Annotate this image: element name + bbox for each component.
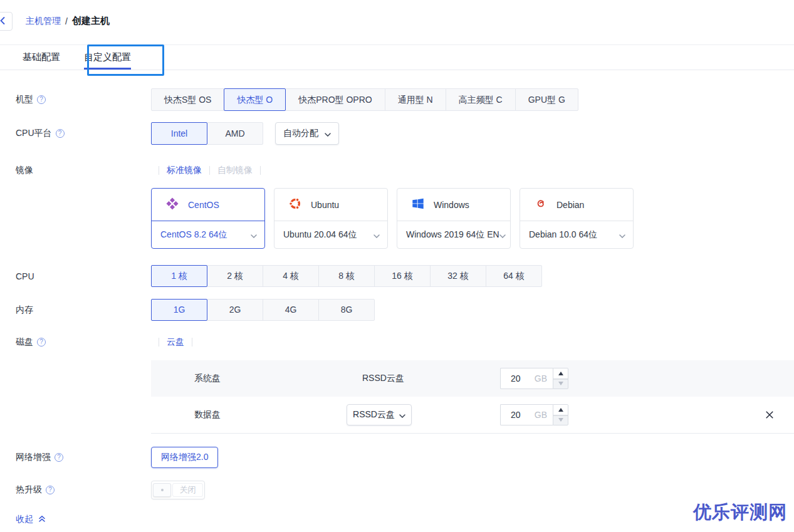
system-disk-size-stepper: 20 GB <box>500 368 568 389</box>
cpu-platform-label: CPU平台 ? <box>16 122 151 145</box>
hot-upgrade-help-icon[interactable]: ? <box>46 486 55 494</box>
stepper-down-button[interactable] <box>553 379 568 389</box>
tab-basic-config[interactable]: 基础配置 <box>23 45 60 70</box>
machine-type-option[interactable]: 快杰S型 OS <box>151 88 224 111</box>
cpu-option[interactable]: 16 核 <box>374 265 431 287</box>
image-section: 标准镜像 自制镜像 <box>151 164 634 249</box>
disk-label: 磁盘 ? <box>16 336 151 348</box>
disk-row: 磁盘 ? 云盘 系统盘 RSSD云盘 20 GB <box>0 336 794 434</box>
machine-type-option[interactable]: 通用型 N <box>385 88 446 111</box>
os-version-select-debian[interactable]: Debian 10.0 64位 <box>520 221 633 248</box>
cpu-platform-options: Intel AMD <box>151 122 263 145</box>
disk-help-icon[interactable]: ? <box>37 338 46 347</box>
machine-type-row: 机型 ? 快杰S型 OS 快杰型 O 快杰PRO型 OPRO 通用型 N 高主频… <box>0 88 794 111</box>
disk-name: 数据盘 <box>194 409 347 420</box>
machine-type-option[interactable]: 快杰PRO型 OPRO <box>285 88 385 111</box>
os-name: Windows <box>434 200 469 210</box>
chevron-down-icon <box>325 128 331 138</box>
back-button[interactable] <box>0 12 13 31</box>
cpu-allocation-select[interactable]: 自动分配 <box>275 122 339 145</box>
breadcrumb-parent[interactable]: 主机管理 <box>26 16 61 27</box>
memory-option[interactable]: 4G <box>263 299 319 321</box>
network-enhance-button[interactable]: 网络增强2.0 <box>151 447 218 468</box>
chevron-down-icon <box>399 410 405 420</box>
image-tab-standard[interactable]: 标准镜像 <box>167 165 202 176</box>
os-card-windows[interactable]: Windows Windows 2019 64位 EN <box>397 188 511 249</box>
cpu-options: 1 核 2 核 4 核 8 核 16 核 32 核 64 核 <box>151 265 542 287</box>
machine-type-option-selected[interactable]: 快杰型 O <box>224 88 286 111</box>
os-card-debian[interactable]: Debian Debian 10.0 64位 <box>520 188 634 249</box>
image-tabs: 标准镜像 自制镜像 <box>151 164 634 177</box>
network-row: 网络增强 ? 网络增强2.0 <box>0 447 794 468</box>
windows-logo-icon <box>411 197 425 212</box>
arrow-up-icon <box>558 408 563 412</box>
debian-logo-icon <box>534 197 548 212</box>
machine-type-help-icon[interactable]: ? <box>37 95 46 104</box>
disk-tab-cloud[interactable]: 云盘 <box>167 336 184 348</box>
arrow-down-icon <box>558 418 563 422</box>
config-tabbar: 基础配置 自定义配置 <box>0 45 794 70</box>
arrow-up-icon <box>558 372 563 375</box>
page-title: 创建主机 <box>72 15 110 27</box>
memory-option[interactable]: 2G <box>207 299 263 321</box>
stepper-up-button[interactable] <box>553 405 568 415</box>
cpu-option[interactable]: 2 核 <box>207 265 263 287</box>
cpu-platform-option-selected[interactable]: Intel <box>151 122 207 145</box>
disk-name: 系统盘 <box>194 373 347 384</box>
toggle-state-label: 关闭 <box>172 483 203 497</box>
os-name: Ubuntu <box>311 200 339 210</box>
cpu-platform-option[interactable]: AMD <box>207 122 263 145</box>
data-disk-size-stepper: 20 GB <box>500 404 568 425</box>
memory-option-selected[interactable]: 1G <box>151 299 207 321</box>
hot-upgrade-label: 热升级 ? <box>16 481 151 499</box>
hot-upgrade-row: 热升级 ? 关闭 <box>0 481 794 499</box>
image-tab-custom[interactable]: 自制镜像 <box>217 165 253 176</box>
system-disk-row: 系统盘 RSSD云盘 20 GB <box>151 360 794 397</box>
cpu-option[interactable]: 8 核 <box>318 265 375 287</box>
breadcrumb-separator: / <box>65 16 68 26</box>
stepper-up-button[interactable] <box>553 368 568 379</box>
cpu-label: CPU <box>16 265 151 287</box>
os-cards: CentOS CentOS 8.2 64位 <box>151 188 634 249</box>
breadcrumb: 主机管理 / 创建主机 <box>26 15 110 27</box>
network-help-icon[interactable]: ? <box>55 453 63 462</box>
cpu-platform-help-icon[interactable]: ? <box>56 129 65 138</box>
disk-table: 系统盘 RSSD云盘 20 GB <box>151 360 794 434</box>
disk-section: 云盘 系统盘 RSSD云盘 20 GB <box>151 336 794 434</box>
cpu-platform-row: CPU平台 ? Intel AMD 自动分配 <box>0 122 794 145</box>
memory-option[interactable]: 8G <box>318 299 375 321</box>
machine-type-option[interactable]: 高主频型 C <box>446 88 516 111</box>
system-disk-type: RSSD云盘 <box>347 373 404 384</box>
page-header: 主机管理 / 创建主机 <box>0 0 794 45</box>
system-disk-size-input[interactable]: 20 GB <box>500 368 553 389</box>
cpu-option[interactable]: 4 核 <box>263 265 319 287</box>
double-chevron-up-icon <box>38 514 46 524</box>
os-card-ubuntu[interactable]: Ubuntu Ubuntu 20.04 64位 <box>274 188 388 249</box>
os-card-centos[interactable]: CentOS CentOS 8.2 64位 <box>151 188 265 249</box>
remove-data-disk-button[interactable] <box>765 410 774 419</box>
tab-custom-config[interactable]: 自定义配置 <box>84 45 131 70</box>
os-version-select-centos[interactable]: CentOS 8.2 64位 <box>152 221 264 248</box>
os-name: Debian <box>556 200 584 210</box>
chevron-down-icon <box>499 230 506 240</box>
memory-label: 内存 <box>16 299 151 321</box>
cpu-option[interactable]: 32 核 <box>430 265 486 287</box>
stepper-down-button[interactable] <box>553 415 568 425</box>
data-disk-row: 数据盘 RSSD云盘 20 GB <box>151 397 794 434</box>
data-disk-size-input[interactable]: 20 GB <box>500 404 553 425</box>
toggle-knob <box>153 483 171 497</box>
cpu-option-selected[interactable]: 1 核 <box>151 265 207 287</box>
chevron-down-icon <box>373 230 380 240</box>
collapse-link[interactable]: 收起 <box>0 514 50 525</box>
arrow-down-icon <box>558 382 563 385</box>
image-row: 镜像 标准镜像 自制镜像 <box>0 164 794 249</box>
hot-upgrade-toggle[interactable]: 关闭 <box>151 481 205 499</box>
chevron-down-icon <box>619 230 625 240</box>
os-version-select-windows[interactable]: Windows 2019 64位 EN <box>397 221 510 248</box>
machine-type-option[interactable]: GPU型 G <box>515 88 578 111</box>
machine-type-label: 机型 ? <box>16 88 151 111</box>
cpu-option[interactable]: 64 核 <box>486 265 542 287</box>
data-disk-type-select[interactable]: RSSD云盘 <box>347 404 412 425</box>
create-host-form: 机型 ? 快杰S型 OS 快杰型 O 快杰PRO型 OPRO 通用型 N 高主频… <box>0 70 794 525</box>
os-version-select-ubuntu[interactable]: Ubuntu 20.04 64位 <box>274 221 387 248</box>
